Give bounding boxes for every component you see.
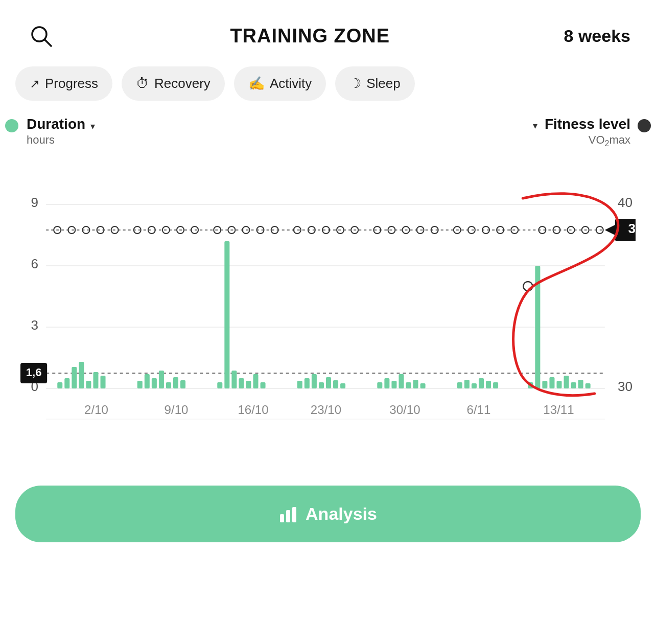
page-title: TRAINING ZONE <box>230 25 390 47</box>
svg-line-1 <box>45 40 51 46</box>
svg-rect-51 <box>420 383 426 388</box>
svg-rect-19 <box>72 367 77 388</box>
svg-text:2/10: 2/10 <box>84 403 108 417</box>
svg-text:39: 39 <box>628 221 636 236</box>
svg-rect-64 <box>571 382 576 388</box>
tab-progress[interactable]: ↗ Progress <box>15 66 112 101</box>
progress-icon: ↗ <box>30 77 40 91</box>
search-button[interactable] <box>26 20 56 51</box>
svg-rect-66 <box>585 383 591 388</box>
svg-rect-24 <box>137 381 143 388</box>
svg-rect-55 <box>479 378 484 388</box>
svg-rect-17 <box>57 382 62 388</box>
svg-rect-20 <box>79 362 84 388</box>
svg-rect-45 <box>377 382 382 388</box>
svg-rect-28 <box>166 382 171 388</box>
chart-legend: Duration ▾ hours ▾ Fitness level VO2max <box>0 116 656 148</box>
activity-icon: ✍ <box>248 76 265 91</box>
fitness-sub: VO2max <box>545 133 630 148</box>
svg-text:1,6: 1,6 <box>26 366 42 379</box>
legend-duration: Duration ▾ hours <box>5 116 95 147</box>
svg-rect-33 <box>231 371 237 388</box>
svg-rect-62 <box>556 381 561 388</box>
svg-rect-46 <box>384 378 389 388</box>
svg-rect-32 <box>224 241 229 388</box>
svg-text:9: 9 <box>31 195 39 210</box>
svg-rect-65 <box>578 380 583 388</box>
svg-rect-61 <box>549 377 554 388</box>
svg-rect-54 <box>472 383 477 388</box>
svg-text:30/10: 30/10 <box>389 403 420 417</box>
svg-rect-39 <box>304 378 310 388</box>
svg-text:3: 3 <box>31 317 39 333</box>
tab-bar: ↗ Progress ⏱ Recovery ✍ Activity ☽ Sleep <box>0 66 656 116</box>
svg-rect-49 <box>406 382 411 388</box>
svg-rect-44 <box>340 383 345 388</box>
svg-rect-41 <box>319 382 324 388</box>
analysis-button[interactable]: Analysis <box>15 486 641 542</box>
svg-rect-22 <box>93 372 98 388</box>
fitness-dot <box>638 119 651 132</box>
svg-rect-115 <box>286 510 290 522</box>
duration-dropdown-arrow[interactable]: ▾ <box>90 121 95 132</box>
svg-rect-27 <box>159 371 164 388</box>
svg-rect-34 <box>239 378 244 388</box>
duration-sub: hours <box>27 133 95 147</box>
svg-text:40: 40 <box>618 195 632 210</box>
svg-text:30: 30 <box>618 379 632 394</box>
svg-rect-31 <box>217 382 222 388</box>
svg-rect-37 <box>261 382 266 388</box>
tab-activity[interactable]: ✍ Activity <box>234 66 326 101</box>
svg-rect-25 <box>145 374 150 388</box>
svg-rect-52 <box>457 382 462 388</box>
tab-activity-label: Activity <box>270 76 312 91</box>
svg-text:13/11: 13/11 <box>543 403 574 417</box>
bars-group <box>57 241 590 388</box>
weeks-label: 8 weeks <box>564 26 630 46</box>
svg-rect-36 <box>253 374 259 388</box>
analysis-label: Analysis <box>306 504 377 524</box>
svg-rect-18 <box>64 378 69 388</box>
chart-svg: 9 6 3 0 40 30 1,6 <box>20 174 636 460</box>
svg-rect-57 <box>493 382 498 388</box>
duration-dot <box>5 119 18 132</box>
svg-rect-53 <box>464 380 470 388</box>
chart-section: 9 6 3 0 40 30 1,6 <box>0 158 656 470</box>
fitness-dropdown-arrow[interactable]: ▾ <box>533 120 537 131</box>
svg-rect-29 <box>173 377 178 388</box>
chart-container: 9 6 3 0 40 30 1,6 <box>20 174 636 460</box>
svg-rect-21 <box>86 381 91 388</box>
svg-rect-35 <box>246 381 251 388</box>
svg-rect-42 <box>326 377 331 388</box>
svg-rect-23 <box>101 376 106 388</box>
tab-sleep-label: Sleep <box>366 76 401 91</box>
sleep-icon: ☽ <box>349 76 361 91</box>
svg-rect-56 <box>486 381 491 388</box>
tab-progress-label: Progress <box>45 76 98 91</box>
fitness-label: Fitness level <box>545 116 630 132</box>
svg-rect-47 <box>391 381 396 388</box>
tab-recovery-label: Recovery <box>154 76 210 91</box>
svg-rect-30 <box>180 380 185 388</box>
analysis-icon <box>279 505 297 523</box>
svg-rect-63 <box>564 376 569 388</box>
svg-rect-43 <box>333 380 338 388</box>
svg-rect-60 <box>542 381 547 388</box>
svg-rect-38 <box>297 381 302 388</box>
svg-text:6: 6 <box>31 256 39 271</box>
svg-rect-26 <box>152 378 157 388</box>
svg-rect-50 <box>413 380 418 388</box>
svg-rect-116 <box>292 507 296 522</box>
recovery-icon: ⏱ <box>136 76 149 91</box>
duration-label: Duration <box>27 116 85 132</box>
tab-sleep[interactable]: ☽ Sleep <box>335 66 415 101</box>
svg-text:6/11: 6/11 <box>467 403 491 417</box>
svg-text:9/10: 9/10 <box>165 403 189 417</box>
tab-recovery[interactable]: ⏱ Recovery <box>122 66 225 101</box>
legend-fitness: ▾ Fitness level VO2max <box>533 116 651 148</box>
svg-text:23/10: 23/10 <box>311 403 341 417</box>
svg-rect-114 <box>280 514 284 522</box>
svg-rect-48 <box>399 374 404 388</box>
header: TRAINING ZONE 8 weeks <box>0 0 656 66</box>
svg-rect-40 <box>312 374 317 388</box>
